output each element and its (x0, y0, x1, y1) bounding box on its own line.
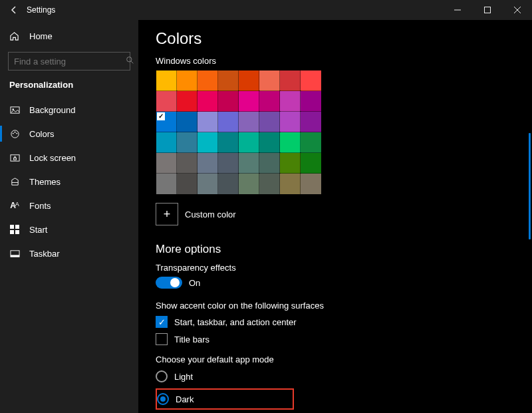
radio-dark[interactable]: Dark (157, 391, 289, 407)
color-swatch[interactable] (301, 153, 321, 174)
svg-rect-1 (484, 7, 490, 13)
sidebar-item-background[interactable]: Background (0, 98, 138, 122)
color-swatch[interactable] (177, 70, 198, 91)
search-input[interactable] (14, 57, 126, 67)
color-swatch[interactable] (259, 174, 280, 194)
scrollbar-thumb[interactable] (529, 133, 531, 239)
close-button[interactable] (502, 0, 532, 20)
color-swatch[interactable] (156, 132, 177, 153)
color-swatch[interactable] (259, 132, 280, 153)
radio-label: Light (174, 372, 193, 382)
palette-icon (9, 129, 20, 139)
color-swatch[interactable] (177, 132, 198, 153)
color-swatch[interactable] (177, 174, 198, 194)
color-swatch[interactable] (259, 70, 280, 91)
lock-screen-icon (9, 153, 20, 163)
color-swatch[interactable] (156, 112, 177, 132)
custom-color-label: Custom color (185, 209, 236, 219)
color-swatch[interactable] (198, 91, 218, 112)
color-swatch[interactable] (218, 70, 239, 91)
radio-light[interactable]: Light (156, 368, 515, 384)
sidebar-category: Personalization (0, 80, 138, 98)
color-swatch[interactable] (239, 70, 259, 91)
color-swatch[interactable] (198, 174, 218, 194)
color-swatch[interactable] (177, 91, 198, 112)
color-swatch[interactable] (239, 132, 259, 153)
accent-surfaces-label: Show accent color on the following surfa… (156, 301, 515, 311)
color-swatch[interactable] (280, 112, 301, 132)
color-swatch[interactable] (259, 153, 280, 174)
color-swatch[interactable] (156, 91, 177, 112)
color-swatch[interactable] (301, 70, 321, 91)
color-swatch[interactable] (218, 153, 239, 174)
taskbar-icon (9, 249, 20, 259)
sidebar-item-label: Colors (29, 129, 55, 139)
transparency-label: Transparency effects (156, 263, 515, 273)
home-icon (9, 31, 20, 41)
svg-point-8 (11, 130, 18, 137)
color-swatch[interactable] (280, 174, 301, 194)
sidebar-item-label: Fonts (29, 201, 51, 211)
sidebar-item-colors[interactable]: Colors (0, 122, 138, 146)
color-swatch[interactable] (280, 153, 301, 174)
svg-rect-17 (10, 230, 14, 234)
color-swatch[interactable] (280, 132, 301, 153)
sidebar-item-start[interactable]: Start (0, 217, 138, 241)
svg-rect-18 (15, 230, 19, 234)
start-icon (9, 225, 20, 234)
sidebar-item-lock-screen[interactable]: Lock screen (0, 146, 138, 170)
color-swatch[interactable] (239, 174, 259, 194)
color-swatch[interactable] (198, 132, 218, 153)
color-swatch[interactable] (301, 112, 321, 132)
transparency-toggle[interactable] (156, 277, 182, 289)
color-swatch[interactable] (177, 112, 198, 132)
color-swatch[interactable] (239, 112, 259, 132)
svg-line-5 (131, 61, 133, 63)
color-swatch[interactable] (218, 132, 239, 153)
sidebar-home[interactable]: Home (0, 27, 138, 45)
color-swatch[interactable] (301, 132, 321, 153)
color-swatch[interactable] (259, 91, 280, 112)
sidebar-item-themes[interactable]: Themes (0, 170, 138, 194)
maximize-button[interactable] (472, 0, 502, 20)
content-pane: Colors Windows colors + Custom color Mor… (138, 20, 532, 413)
checkbox-start-taskbar[interactable]: ✓ Start, taskbar, and action center (156, 316, 515, 328)
sidebar-item-label: Background (29, 105, 75, 115)
plus-icon: + (156, 203, 178, 225)
color-swatch[interactable] (198, 112, 218, 132)
color-swatch[interactable] (156, 174, 177, 194)
color-swatch[interactable] (218, 91, 239, 112)
minimize-button[interactable] (442, 0, 472, 20)
color-swatch[interactable] (301, 91, 321, 112)
checkbox-label: Start, taskbar, and action center (174, 317, 297, 327)
color-swatch[interactable] (239, 91, 259, 112)
color-swatch[interactable] (218, 174, 239, 194)
svg-rect-20 (10, 255, 19, 257)
color-palette (156, 70, 322, 195)
sidebar-item-taskbar[interactable]: Taskbar (0, 241, 138, 265)
checkbox-title-bars[interactable]: Title bars (156, 333, 515, 345)
sidebar-home-label: Home (29, 31, 53, 41)
color-swatch[interactable] (218, 112, 239, 132)
color-swatch[interactable] (280, 91, 301, 112)
color-swatch[interactable] (156, 70, 177, 91)
custom-color-button[interactable]: + Custom color (156, 203, 515, 225)
back-arrow-icon[interactable] (5, 0, 23, 20)
color-swatch[interactable] (301, 174, 321, 194)
more-options-heading: More options (156, 243, 515, 256)
color-swatch[interactable] (156, 153, 177, 174)
color-swatch[interactable] (280, 70, 301, 91)
highlight-annotation: Dark (156, 388, 294, 410)
color-swatch[interactable] (198, 153, 218, 174)
sidebar-item-fonts[interactable]: AAFonts (0, 194, 138, 217)
color-swatch[interactable] (259, 112, 280, 132)
sidebar-item-label: Themes (29, 177, 61, 187)
color-swatch[interactable] (239, 153, 259, 174)
color-swatch[interactable] (198, 70, 218, 91)
radio-icon (156, 370, 168, 382)
picture-icon (9, 105, 20, 115)
search-input-wrap[interactable] (8, 52, 130, 70)
color-swatch[interactable] (177, 153, 198, 174)
checkbox-icon (156, 333, 168, 345)
fonts-icon: AA (9, 201, 20, 210)
